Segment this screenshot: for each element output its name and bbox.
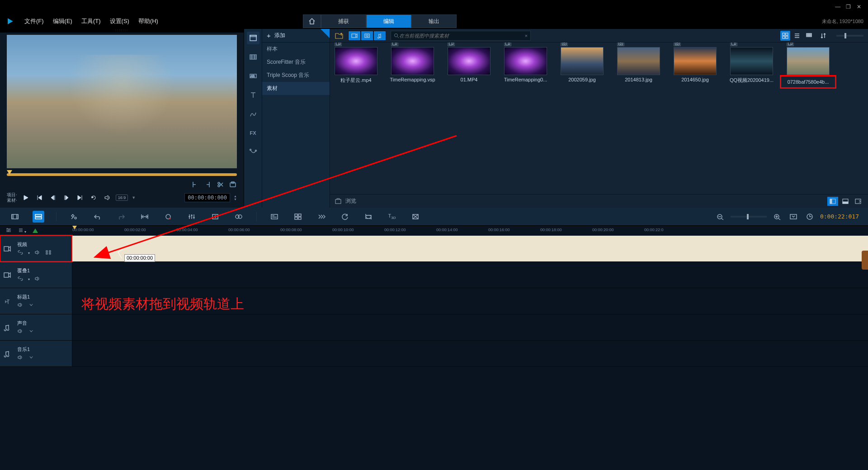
speed-icon[interactable] bbox=[316, 211, 327, 223]
category-graphic-icon[interactable] bbox=[247, 108, 259, 120]
view-grid-icon[interactable] bbox=[804, 31, 814, 41]
fx-icon[interactable] bbox=[45, 250, 52, 256]
import-folder-icon[interactable] bbox=[335, 32, 344, 39]
menu-file[interactable]: 文件(F) bbox=[24, 17, 44, 25]
panel-toggle-2-icon[interactable] bbox=[840, 197, 851, 206]
pin-icon[interactable] bbox=[321, 29, 330, 38]
preview-mode-labels[interactable]: 项目·素材· bbox=[7, 192, 17, 203]
preview-scrubber[interactable] bbox=[7, 171, 237, 178]
thumbnail[interactable] bbox=[561, 47, 604, 75]
filter-audio-icon[interactable] bbox=[373, 31, 386, 41]
storyboard-view-icon[interactable] bbox=[9, 211, 21, 223]
category-media-icon[interactable] bbox=[247, 32, 259, 44]
preview-viewport[interactable] bbox=[7, 35, 237, 168]
track-body[interactable] bbox=[72, 236, 868, 261]
library-item[interactable]: TimeRemapping0... bbox=[504, 47, 547, 89]
snapshot-icon[interactable] bbox=[229, 180, 237, 189]
filter-photo-icon[interactable] bbox=[361, 31, 373, 41]
go-end-button[interactable] bbox=[75, 193, 85, 203]
track-header[interactable]: 声音 bbox=[0, 314, 72, 340]
category-instant-icon[interactable] bbox=[247, 51, 259, 63]
redo-icon[interactable] bbox=[115, 211, 127, 223]
audio-mixer-icon[interactable] bbox=[186, 211, 198, 223]
menu-tools[interactable]: 工具(T) bbox=[81, 17, 101, 25]
timeline-ruler[interactable]: 00:00:00:0000:00:02:0000:00:04:0000:00:0… bbox=[72, 226, 868, 236]
tree-item-0[interactable]: 样本 bbox=[262, 43, 330, 56]
undo-icon[interactable] bbox=[92, 211, 104, 223]
timeline-view-icon[interactable] bbox=[33, 211, 44, 223]
link-icon[interactable] bbox=[17, 276, 24, 283]
loop-button[interactable] bbox=[89, 193, 99, 203]
tool-settings-icon[interactable] bbox=[68, 211, 80, 223]
volume-button[interactable] bbox=[102, 193, 112, 203]
fit-project-icon[interactable] bbox=[788, 211, 799, 223]
category-title-icon[interactable] bbox=[247, 89, 259, 101]
expand-icon[interactable] bbox=[28, 355, 34, 361]
rotate-icon[interactable] bbox=[339, 211, 351, 223]
thumbnail[interactable] bbox=[391, 47, 434, 75]
mute-icon[interactable] bbox=[34, 276, 41, 283]
panel-toggle-1-icon[interactable] bbox=[827, 197, 838, 206]
project-duration-icon[interactable] bbox=[804, 211, 816, 223]
tree-item-1[interactable]: ScoreFitter 音乐 bbox=[262, 56, 330, 69]
split-icon[interactable] bbox=[216, 180, 224, 189]
tab-home[interactable] bbox=[303, 14, 321, 28]
sort-icon[interactable] bbox=[818, 31, 828, 41]
library-item[interactable]: 0728baf7580e4b... bbox=[787, 47, 830, 89]
mark-in-icon[interactable] bbox=[191, 180, 199, 189]
thumbnail[interactable] bbox=[335, 47, 377, 75]
auto-music-icon[interactable] bbox=[209, 211, 221, 223]
menu-settings[interactable]: 设置(S) bbox=[110, 17, 129, 25]
mute-icon[interactable] bbox=[17, 302, 24, 309]
maximize-button[interactable]: ❐ bbox=[844, 4, 853, 10]
record-icon[interactable] bbox=[162, 211, 174, 223]
library-item[interactable]: 2014650.jpg bbox=[674, 47, 717, 89]
library-item[interactable]: QQ视频20200419... bbox=[730, 47, 773, 89]
multi-camera-icon[interactable] bbox=[233, 211, 245, 223]
thumbnail[interactable] bbox=[617, 47, 660, 75]
browse-button[interactable]: 浏览 bbox=[345, 197, 356, 205]
chroma-icon[interactable] bbox=[410, 211, 421, 223]
category-filter-icon[interactable]: FX bbox=[247, 127, 259, 139]
mark-out-icon[interactable] bbox=[203, 180, 212, 189]
minimize-button[interactable]: — bbox=[833, 4, 842, 10]
zoom-out-icon[interactable] bbox=[714, 211, 726, 223]
timeline-zoom-slider[interactable] bbox=[731, 216, 767, 218]
search-input[interactable] bbox=[399, 33, 525, 38]
track-options-icon[interactable] bbox=[5, 228, 12, 234]
expand-icon[interactable] bbox=[28, 328, 34, 335]
track-header[interactable]: 标题1 bbox=[0, 288, 72, 314]
view-thumbnails-icon[interactable] bbox=[780, 31, 790, 41]
tree-item-3[interactable]: 素材 bbox=[262, 82, 330, 95]
thumbnail[interactable] bbox=[730, 47, 773, 75]
mute-icon[interactable] bbox=[17, 355, 24, 361]
search-clear-icon[interactable]: × bbox=[525, 33, 528, 38]
aspect-ratio-badge[interactable]: 16:9 bbox=[116, 195, 128, 201]
link-icon[interactable] bbox=[17, 250, 24, 256]
close-button[interactable]: ✕ bbox=[854, 4, 863, 10]
category-transition-icon[interactable]: AB bbox=[247, 70, 259, 82]
tab-output[interactable]: 输出 bbox=[411, 14, 457, 28]
thumbnail-zoom-slider[interactable] bbox=[836, 35, 863, 37]
thumbnail[interactable] bbox=[448, 47, 491, 75]
fit-timeline-icon[interactable] bbox=[139, 211, 151, 223]
tree-item-2[interactable]: Triple Scoop 音乐 bbox=[262, 69, 330, 82]
library-item[interactable]: 2002059.jpg bbox=[561, 47, 604, 89]
preview-timecode[interactable]: 00:00:00:000 bbox=[184, 193, 230, 202]
track-body[interactable] bbox=[72, 341, 868, 366]
crop-icon[interactable] bbox=[363, 211, 374, 223]
panel-toggle-3-icon[interactable] bbox=[853, 197, 863, 206]
track-body[interactable] bbox=[72, 262, 868, 288]
next-frame-button[interactable] bbox=[61, 193, 71, 203]
tab-edit[interactable]: 编辑 bbox=[366, 14, 411, 28]
go-start-button[interactable] bbox=[34, 193, 44, 203]
tab-capture[interactable]: 捕获 bbox=[321, 14, 366, 28]
view-list-icon[interactable] bbox=[792, 31, 802, 41]
panel-grip[interactable]: ::::::: bbox=[0, 29, 244, 33]
menu-edit[interactable]: 编辑(E) bbox=[53, 17, 72, 25]
track-header[interactable]: 覆叠1 ▾ bbox=[0, 262, 72, 288]
scrub-handle-icon[interactable] bbox=[7, 170, 12, 175]
category-path-icon[interactable] bbox=[247, 146, 259, 158]
search-box[interactable]: × bbox=[391, 31, 531, 41]
track-header[interactable]: 音乐1 bbox=[0, 341, 72, 366]
